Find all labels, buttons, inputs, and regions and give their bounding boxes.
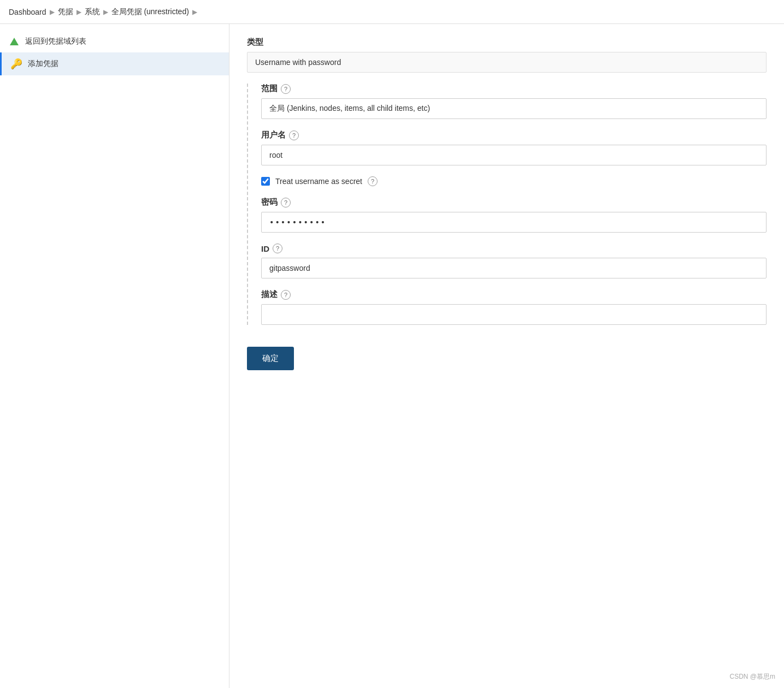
breadcrumb-credentials[interactable]: 凭据 [58,7,73,17]
breadcrumb-sep-1: ▶ [50,8,55,16]
username-label-text: 用户名 [261,130,286,140]
username-input[interactable] [261,145,767,165]
description-label-row: 描述 ? [261,289,767,300]
sidebar-item-add[interactable]: 🔑 添加凭据 [0,52,229,75]
username-group: 用户名 ? [261,130,767,165]
breadcrumb-sep-3: ▶ [103,8,108,16]
id-label-row: ID ? [261,244,767,253]
type-section: 类型 Username with password [247,37,767,73]
username-help-icon[interactable]: ? [289,131,299,140]
breadcrumb: Dashboard ▶ 凭据 ▶ 系统 ▶ 全局凭据 (unrestricted… [0,0,784,24]
description-group: 描述 ? [261,289,767,325]
password-help-icon[interactable]: ? [281,198,291,207]
scope-help-icon[interactable]: ? [281,84,291,94]
up-arrow-icon [9,36,20,47]
scope-input[interactable] [261,98,767,119]
description-input[interactable] [261,304,767,325]
sidebar-item-back[interactable]: 返回到凭据域列表 [0,31,229,52]
main-content: 类型 Username with password 范围 ? 用户名 ? [229,24,784,688]
type-display: Username with password [247,52,767,73]
treat-username-row: Treat username as secret ? [261,176,767,186]
id-input[interactable] [261,258,767,278]
password-label-text: 密码 [261,197,278,207]
scope-group: 范围 ? [261,84,767,119]
form-section: 范围 ? 用户名 ? Treat username as secret ? [247,84,767,325]
id-label-text: ID [261,244,269,253]
description-label-text: 描述 [261,289,278,300]
key-icon: 🔑 [10,58,22,70]
sidebar-add-label: 添加凭据 [28,59,58,69]
sidebar: 返回到凭据域列表 🔑 添加凭据 [0,24,229,688]
password-input[interactable] [261,212,767,233]
sidebar-back-label: 返回到凭据域列表 [25,37,86,46]
password-label-row: 密码 ? [261,197,767,207]
treat-username-checkbox[interactable] [261,177,270,186]
breadcrumb-sep-2: ▶ [76,8,81,16]
username-label-row: 用户名 ? [261,130,767,140]
description-help-icon[interactable]: ? [281,290,291,300]
scope-label-text: 范围 [261,84,278,94]
breadcrumb-dashboard[interactable]: Dashboard [9,8,46,16]
breadcrumb-sep-4: ▶ [192,8,197,16]
id-group: ID ? [261,244,767,278]
breadcrumb-system[interactable]: 系统 [85,7,100,17]
breadcrumb-global[interactable]: 全局凭据 (unrestricted) [111,7,189,17]
watermark: CSDN @慕思m [729,672,775,681]
scope-label-row: 范围 ? [261,84,767,94]
confirm-button[interactable]: 确定 [247,347,294,370]
id-help-icon[interactable]: ? [273,244,282,253]
type-label: 类型 [247,37,767,48]
treat-username-label: Treat username as secret [275,177,362,186]
treat-username-help-icon[interactable]: ? [368,176,378,186]
password-group: 密码 ? [261,197,767,233]
